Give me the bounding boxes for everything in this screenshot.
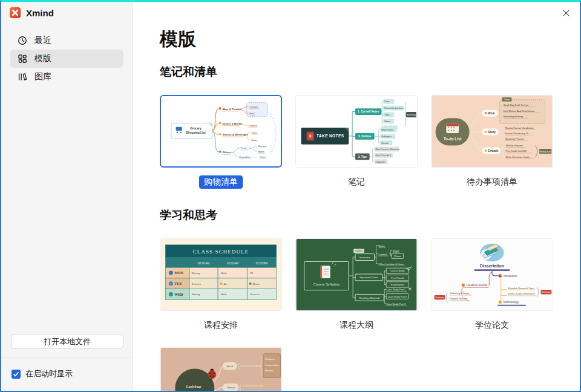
ladybug-box-item: Mouthparts (265, 358, 275, 361)
sidebar-item-label: 模版 (34, 53, 51, 64)
show-on-startup-label: 在启动时显示 (25, 368, 73, 379)
syllabus-branch-dates: Important Dates (359, 276, 379, 279)
schedule-cell: Math (221, 272, 227, 275)
main-content: 模版 笔记和清单 (133, 2, 580, 391)
dissertation-child: Define Scope of Research (508, 293, 536, 295)
template-label-schedule[interactable]: 课程安排 (199, 319, 243, 332)
syllabus-child: Case Study Part 2 (387, 295, 407, 298)
schedule-cell: Music (253, 283, 260, 286)
template-thumbnail-notes[interactable]: TAKE NOTES 1. Cornell Notes Date Essenti… (295, 95, 418, 168)
grocery-child: Onion (260, 156, 266, 158)
dissertation-child: Establish Research Topic (508, 287, 534, 290)
dissertation-summary: Summary (542, 291, 551, 293)
ladybug-box-item: Antennae (265, 370, 274, 372)
notes-child: Date (384, 100, 389, 103)
template-labels-row-2: 课程安排 课程大纲 学位论文 (160, 319, 580, 333)
syllabus-child: Course Begin (390, 269, 405, 272)
section-heading-study-thinking: 学习和思考 (160, 209, 580, 222)
notes-branch-outline: 2. Outline (358, 135, 371, 138)
sidebar-item-gallery[interactable]: 图库 (10, 68, 123, 86)
todo-done-tag: Done (504, 99, 510, 101)
titlebar: Xmind (1, 2, 133, 22)
templates-grid-icon (18, 54, 27, 64)
ladybug-child: On Top Of Its Pronotum (240, 365, 260, 367)
schedule-cell: Writing (192, 272, 200, 275)
syllabus-child: First Tutorial (391, 276, 404, 279)
notes-child: Main Points (381, 129, 393, 131)
grocery-branch-grains: Grains & Bread (222, 122, 241, 125)
schedule-time: 08:30 AM (198, 262, 209, 265)
todo-item: Speaking Practice (505, 137, 525, 140)
todo-item: Marketing Meeting (504, 115, 523, 118)
syllabus-subject-tag: Subject (355, 250, 363, 252)
notes-child: Details (381, 142, 389, 145)
syllabus-child: Case Study Part 1 (386, 288, 405, 291)
template-label-dissertation[interactable]: 学位论文 (470, 319, 514, 332)
dissertation-child: Collecting Sources (450, 292, 469, 295)
sidebar-item-templates[interactable]: 模版 (10, 50, 123, 68)
template-row-3: Ladybug Head On Top Of Its Pronotum Mout… (160, 347, 580, 391)
todo-item: Send Blog Draft To Lisa (504, 103, 529, 106)
library-icon (18, 72, 27, 82)
notes-child: Essential question (384, 107, 403, 109)
syllabus-branch-reading: Reading Materials (359, 296, 381, 299)
syllabus-child: Contact (378, 253, 387, 256)
grocery-child: Fruits (241, 147, 247, 149)
open-local-file-button[interactable]: 打开本地文件 (11, 334, 123, 349)
schedule-cell: Math (221, 293, 227, 296)
todo-central: To-do List (444, 137, 462, 141)
grocery-child: Chips (251, 132, 257, 134)
notes-child: Organize (375, 161, 385, 163)
ladybug-child: Three Pairs Of Legs (243, 385, 263, 387)
sidebar-item-label: 图库 (34, 71, 51, 82)
schedule-day: WED (174, 293, 183, 296)
template-label-grocery[interactable]: 购物清单 (199, 175, 243, 189)
todo-item: Review Korean Vocabulary (505, 126, 534, 129)
template-thumbnail-syllabus[interactable]: Course Syllabus Subject Instructor Name … (295, 238, 418, 311)
template-thumbnail-dissertation[interactable]: Dissertation Introduction Establish Rese… (431, 238, 553, 311)
dissertation-branch-introduction: Introduction (504, 275, 518, 278)
xmind-logo-icon (10, 7, 21, 18)
schedule-cell: Science (250, 293, 260, 296)
notes-central: TAKE NOTES (317, 134, 344, 138)
close-button[interactable] (560, 7, 571, 18)
template-label-todo[interactable]: 待办事项清单 (462, 175, 522, 189)
todo-item: Do's Memos And Send Demo (504, 109, 535, 113)
todo-weekly-tag: Weekly To-do (539, 151, 551, 153)
todo-branch-study: Study (488, 131, 496, 134)
show-on-startup-checkbox[interactable] (11, 370, 21, 379)
todo-branch-errands: Errands (488, 149, 499, 152)
schedule-cell: PE (250, 272, 254, 275)
show-on-startup-row: 在启动时显示 (1, 358, 133, 391)
grocery-child: Vegetables (239, 156, 251, 158)
dissertation-child: Propose Solution (450, 298, 467, 300)
template-label-notes[interactable]: 笔记 (343, 175, 370, 189)
dissertation-branch-litreview: Literature Review (467, 284, 488, 287)
dissertation-summary: Summary (435, 296, 444, 299)
grocery-child: Banana (258, 145, 267, 148)
app-title: Xmind (26, 8, 54, 18)
template-labels-row-1: 购物清单 笔记 待办事项清单 (160, 175, 580, 190)
syllabus-child: Email (393, 249, 399, 252)
schedule-cell: Art (223, 283, 227, 286)
ladybug-branch-head: Head (227, 365, 234, 368)
grocery-child: Chicken (249, 106, 258, 108)
sidebar-item-recent[interactable]: 最近 (10, 31, 123, 50)
syllabus-child: Case Study Part 3 (386, 302, 406, 305)
template-label-syllabus[interactable]: 课程大纲 (335, 319, 378, 332)
todo-item: Write Christmas Cards (506, 155, 530, 158)
books-illustration (480, 244, 504, 262)
grocery-branch-meat: Meat & Poultry (222, 108, 241, 111)
template-thumbnail-ladybug[interactable]: Ladybug Head On Top Of Its Pronotum Mout… (160, 347, 282, 391)
grocery-central-line1: Grocery (190, 127, 202, 130)
template-thumbnail-grocery[interactable]: Grocery Shopping List Meat & Poultry Chi… (160, 95, 282, 168)
schedule-time: 10:00 AM (227, 262, 238, 265)
template-thumbnail-todo[interactable]: Done To-do List Work Send Blog Draft To … (431, 95, 553, 168)
schedule-cell: Science (192, 283, 202, 286)
notes-child: Note Concise Elements (375, 148, 399, 151)
sidebar-nav: 最近 模版 图库 (1, 22, 133, 86)
notes-child: Topic (384, 114, 390, 116)
template-thumbnail-schedule[interactable]: CLASS SCHEDULE 08:30 AM 10:00 AM 02:00 P… (160, 238, 282, 311)
grocery-child: Beef (249, 113, 255, 115)
schedule-title: CLASS SCHEDULE (193, 249, 249, 255)
